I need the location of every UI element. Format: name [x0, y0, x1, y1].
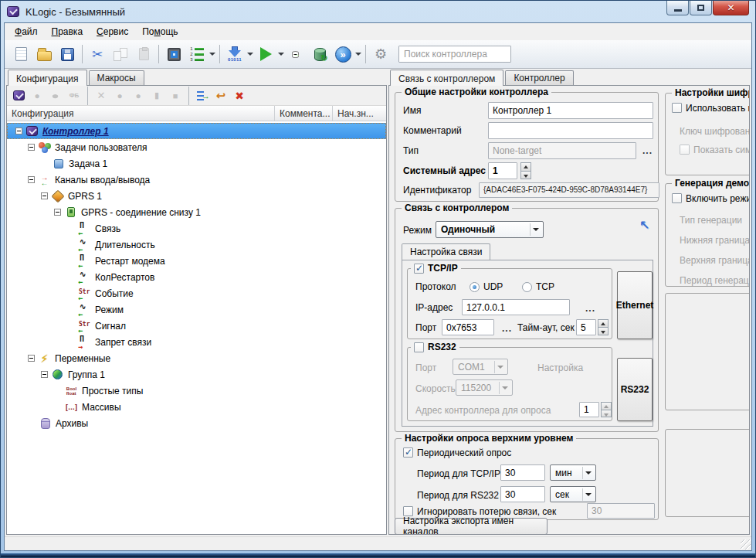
- open-project-button[interactable]: [32, 43, 56, 66]
- save-project-button[interactable]: [56, 43, 79, 66]
- timeout-field[interactable]: [576, 319, 596, 335]
- tab-controller[interactable]: Контроллер: [505, 70, 573, 85]
- paste-item-button[interactable]: ●: [130, 87, 147, 104]
- tree-item-channel[interactable]: Str← Событие: [7, 285, 386, 301]
- collapse-icon[interactable]: [15, 128, 22, 134]
- collapse-icon[interactable]: [28, 144, 35, 151]
- start-task-button[interactable]: [254, 43, 277, 66]
- tree-item-gprs[interactable]: GPRS 1: [7, 188, 386, 204]
- tree-item-io-channels[interactable]: →← Каналы ввода/вывода: [7, 172, 386, 188]
- titlebar[interactable]: KLogic - Безымянный: [1, 1, 755, 22]
- sync-db-button[interactable]: [308, 43, 331, 66]
- tcp-radio[interactable]: [522, 282, 532, 292]
- rs-speed-combo[interactable]: 115200: [456, 379, 513, 396]
- settings-gear-button[interactable]: ⚙: [369, 43, 392, 66]
- close-button[interactable]: ✕: [713, 1, 749, 15]
- export-channel-names-button[interactable]: Настройка экспорта имен каналов: [395, 518, 548, 535]
- search-input[interactable]: [398, 46, 511, 63]
- run-dropdown[interactable]: [354, 43, 362, 66]
- menu-file[interactable]: Файл: [8, 24, 45, 39]
- tree-item-channel[interactable]: Str← Сигнал: [7, 318, 386, 334]
- column-button[interactable]: ▮: [148, 87, 165, 104]
- tree-item-group[interactable]: Группа 1: [7, 366, 386, 383]
- tab-link-setup[interactable]: Настройка связи: [402, 243, 490, 260]
- minimize-button[interactable]: [666, 1, 689, 15]
- mode-combo[interactable]: Одиночный: [436, 221, 544, 238]
- klogic-button[interactable]: [10, 87, 27, 104]
- tree-item-archives[interactable]: Архивы: [7, 415, 386, 431]
- show-symbols-checkbox[interactable]: [680, 145, 690, 155]
- column-comment[interactable]: Коммента...: [275, 106, 333, 121]
- rs-period-field[interactable]: [500, 486, 545, 502]
- load-to-controller-button[interactable]: 01011: [223, 43, 246, 66]
- collapse-icon[interactable]: [41, 371, 48, 378]
- system-address-spinner[interactable]: [520, 162, 531, 179]
- column-configuration[interactable]: Конфигурация: [7, 106, 275, 121]
- load-dropdown[interactable]: [246, 43, 254, 66]
- ethernet-button[interactable]: Ethernet: [617, 271, 653, 339]
- delete-item-button[interactable]: ✖: [231, 87, 248, 104]
- tree-item-channel[interactable]: П→ Запрет связи: [7, 334, 386, 350]
- ip-field[interactable]: [462, 299, 570, 315]
- ignore-loss-field[interactable]: [587, 503, 655, 519]
- timeout-spinner[interactable]: [598, 319, 609, 335]
- comment-field[interactable]: [488, 122, 653, 139]
- copy-button[interactable]: [109, 43, 132, 66]
- new-document-button[interactable]: [9, 43, 32, 66]
- lock-button[interactable]: ■: [167, 87, 184, 104]
- channel-list-dropdown[interactable]: [208, 43, 216, 66]
- tcpip-checkbox[interactable]: [414, 264, 424, 274]
- menu-edit[interactable]: Правка: [45, 24, 90, 39]
- add-group-button[interactable]: ●: [47, 87, 64, 104]
- rs-port-combo[interactable]: COM1: [453, 359, 508, 375]
- resize-grip[interactable]: [741, 539, 751, 549]
- rs-address-field[interactable]: [579, 402, 599, 417]
- tree-item-variables[interactable]: ⚡ Переменные: [7, 350, 386, 366]
- tab-macros[interactable]: Макросы: [89, 70, 144, 85]
- port-more-button[interactable]: ...: [502, 323, 512, 334]
- channel-list-button[interactable]: 123: [185, 43, 208, 66]
- cut-button[interactable]: ✂: [86, 43, 109, 66]
- rs232-checkbox[interactable]: [414, 342, 424, 352]
- fb-button[interactable]: ФБ: [66, 87, 83, 104]
- run-fast-button[interactable]: »: [331, 43, 354, 66]
- periodic-poll-checkbox[interactable]: [403, 447, 413, 458]
- tree-item-arrays[interactable]: […] Массивы: [7, 399, 386, 415]
- collapse-icon[interactable]: [28, 176, 35, 183]
- tree-item-channel[interactable]: ∿← КолРестартов: [7, 269, 386, 285]
- column-initial-value[interactable]: Нач.зн...: [333, 106, 386, 121]
- tcp-period-field[interactable]: [500, 464, 545, 481]
- maximize-button[interactable]: [690, 1, 712, 15]
- name-field[interactable]: [488, 102, 653, 119]
- tree-item-controller[interactable]: Контроллер 1: [7, 123, 386, 139]
- undo-structure-button[interactable]: ↩: [212, 87, 229, 104]
- tab-controller-link[interactable]: Связь с контроллером: [390, 70, 503, 86]
- menu-help[interactable]: Помощь: [135, 24, 185, 39]
- ip-more-button[interactable]: ...: [585, 303, 595, 314]
- start-dropdown[interactable]: [277, 43, 285, 66]
- tree-item-channel[interactable]: ∿← Длительность: [7, 236, 386, 253]
- export-to-db-button[interactable]: [285, 43, 308, 66]
- collapse-icon[interactable]: [28, 355, 35, 362]
- collapse-icon[interactable]: [54, 209, 61, 216]
- add-item-button[interactable]: ●: [29, 87, 46, 104]
- tcp-period-unit-combo[interactable]: мин: [550, 464, 596, 481]
- tree-item-gprs-connection[interactable]: GPRS - соединение снизу 1: [7, 204, 386, 220]
- import-structure-button[interactable]: →: [194, 87, 211, 104]
- type-field[interactable]: [488, 142, 636, 159]
- type-more-button[interactable]: ...: [642, 145, 653, 156]
- enable-demo-checkbox[interactable]: [672, 193, 682, 203]
- controller-chip-button[interactable]: [162, 43, 185, 66]
- paste-button[interactable]: [132, 43, 155, 66]
- menu-service[interactable]: Сервис: [90, 24, 135, 39]
- tree-item-channel[interactable]: ∿← Режим: [7, 301, 386, 318]
- tree-item-simple-types[interactable]: Boolfloat Простые типы: [7, 383, 386, 399]
- tree-item-channel[interactable]: П← Связь: [7, 220, 386, 236]
- rs-period-unit-combo[interactable]: сек: [550, 486, 596, 502]
- udp-radio[interactable]: [470, 282, 480, 292]
- tab-configuration[interactable]: Конфигурация: [8, 70, 87, 86]
- tree-item-channel[interactable]: П← Рестарт модема: [7, 253, 386, 269]
- rs232-button[interactable]: RS232: [617, 358, 653, 421]
- port-field[interactable]: [442, 319, 494, 335]
- collapse-icon[interactable]: [41, 192, 48, 199]
